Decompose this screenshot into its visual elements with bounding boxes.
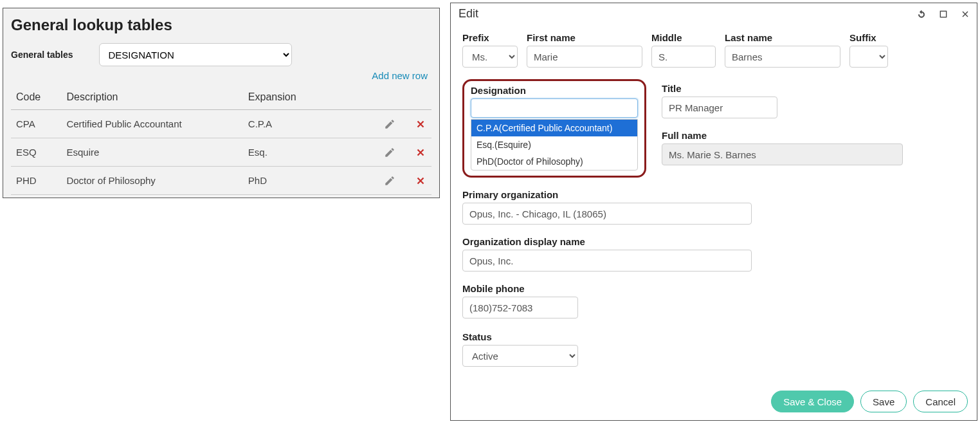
last-name-label: Last name: [725, 32, 840, 43]
table-row: PHDDoctor of PhilosophyPhD: [11, 167, 431, 195]
lookup-tables-panel: General lookup tables General tables DES…: [3, 8, 440, 198]
designation-input[interactable]: [471, 98, 638, 118]
edit-footer: Save & Close Save Cancel: [451, 384, 977, 420]
title-input[interactable]: [662, 97, 777, 118]
table-row: ESQEsquireEsq.: [11, 138, 431, 167]
cell-expansion: Esq.: [243, 138, 327, 167]
general-tables-select[interactable]: DESIGNATION: [99, 43, 292, 66]
first-name-input[interactable]: [527, 46, 642, 68]
first-name-label: First name: [527, 32, 642, 43]
title-label: Title: [662, 83, 903, 94]
save-button[interactable]: Save: [860, 391, 907, 412]
cell-expansion: C.P.A: [243, 110, 327, 138]
cell-expansion: PhD: [243, 167, 327, 195]
svg-rect-0: [940, 11, 946, 17]
edit-body: Prefix Ms. First name Middle Last name S…: [451, 24, 977, 377]
save-close-button[interactable]: Save & Close: [771, 391, 854, 412]
designation-highlight: Designation C.P.A(Certified Public Accou…: [462, 79, 646, 178]
table-row: CPACertified Public AccountantC.P.A: [11, 110, 431, 138]
designation-dropdown: C.P.A(Certified Public Accountant) Esq.(…: [471, 119, 638, 171]
middle-label: Middle: [651, 32, 716, 43]
edit-icon[interactable]: [384, 147, 395, 158]
org-display-input[interactable]: [462, 250, 752, 272]
refresh-icon[interactable]: [916, 9, 927, 19]
last-name-input[interactable]: [725, 46, 840, 68]
prefix-label: Prefix: [462, 32, 518, 43]
edit-icon[interactable]: [384, 175, 395, 187]
delete-icon[interactable]: [415, 175, 426, 187]
full-name-label: Full name: [662, 130, 903, 141]
mobile-input[interactable]: [462, 297, 578, 318]
cell-code: ESQ: [11, 138, 61, 167]
suffix-label: Suffix: [849, 32, 888, 43]
designation-label: Designation: [471, 85, 638, 96]
cell-actions: [327, 138, 431, 167]
status-label: Status: [462, 331, 578, 342]
status-select[interactable]: Active: [462, 345, 578, 367]
delete-icon[interactable]: [415, 147, 426, 158]
maximize-icon[interactable]: [938, 9, 948, 19]
edit-icon[interactable]: [384, 118, 395, 130]
prefix-select[interactable]: Ms.: [462, 46, 518, 68]
middle-input[interactable]: [651, 46, 716, 68]
close-icon[interactable]: [960, 9, 970, 19]
org-display-label: Organization display name: [462, 236, 752, 247]
general-tables-label: General tables: [11, 50, 73, 60]
designation-option[interactable]: PhD(Doctor of Philosophy): [471, 153, 637, 170]
col-expansion: Expansion: [243, 85, 327, 110]
lookup-table: Code Description Expansion CPACertified …: [11, 85, 431, 195]
suffix-select[interactable]: [849, 46, 888, 68]
primary-org-input[interactable]: [462, 203, 752, 225]
cell-code: CPA: [11, 110, 61, 138]
cell-description: Doctor of Philosophy: [61, 167, 242, 195]
add-new-row-link[interactable]: Add new row: [372, 70, 428, 81]
edit-panel: Edit Prefix Ms. First name M: [450, 3, 977, 421]
lookup-tables-title: General lookup tables: [11, 16, 431, 34]
col-description: Description: [61, 85, 242, 110]
cell-actions: [327, 110, 431, 138]
designation-option[interactable]: C.P.A(Certified Public Accountant): [471, 120, 637, 136]
col-code: Code: [11, 85, 61, 110]
cell-description: Certified Public Accountant: [61, 110, 242, 138]
designation-option[interactable]: Esq.(Esquire): [471, 136, 637, 153]
primary-org-label: Primary organization: [462, 189, 752, 200]
cell-actions: [327, 167, 431, 195]
mobile-label: Mobile phone: [462, 283, 578, 294]
full-name-input: [662, 143, 903, 165]
cancel-button[interactable]: Cancel: [913, 391, 968, 412]
cell-description: Esquire: [61, 138, 242, 167]
cell-code: PHD: [11, 167, 61, 195]
delete-icon[interactable]: [415, 118, 426, 130]
edit-header: Edit: [451, 3, 977, 24]
edit-title: Edit: [458, 7, 478, 21]
